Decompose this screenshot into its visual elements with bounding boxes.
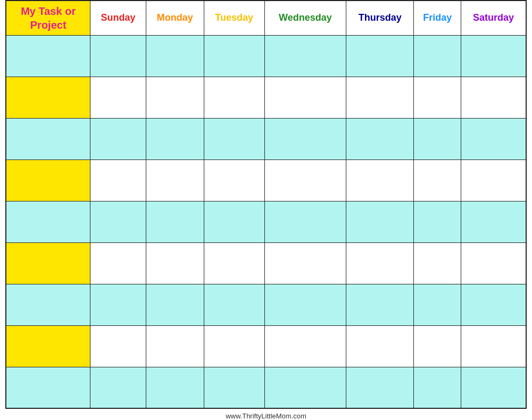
task-cell[interactable]	[6, 118, 90, 159]
day-cell[interactable]	[90, 35, 146, 77]
day-cell[interactable]	[461, 118, 526, 159]
day-cell[interactable]	[414, 242, 461, 284]
day-cell[interactable]	[204, 284, 264, 325]
day-cell[interactable]	[461, 159, 526, 201]
day-cell[interactable]	[346, 77, 414, 118]
day-cell[interactable]	[146, 325, 204, 367]
header-thursday: Thursday	[346, 1, 414, 36]
header-task-cell: My Task or Project	[6, 1, 90, 36]
day-cell[interactable]	[204, 325, 264, 367]
day-cell[interactable]	[204, 242, 264, 284]
footer-text: www.ThriftyLittleMom.com	[226, 412, 306, 420]
day-cell[interactable]	[204, 77, 264, 118]
task-cell[interactable]	[6, 325, 90, 367]
table-row	[6, 201, 526, 242]
day-cell[interactable]	[346, 35, 414, 77]
day-cell[interactable]	[346, 325, 414, 367]
day-cell[interactable]	[204, 118, 264, 159]
day-cell[interactable]	[461, 325, 526, 367]
task-cell[interactable]	[6, 367, 90, 408]
day-cell[interactable]	[146, 201, 204, 242]
day-cell[interactable]	[90, 201, 146, 242]
day-cell[interactable]	[90, 325, 146, 367]
table-row	[6, 159, 526, 201]
day-cell[interactable]	[346, 159, 414, 201]
table-row	[6, 118, 526, 159]
day-cell[interactable]	[346, 201, 414, 242]
day-cell[interactable]	[204, 159, 264, 201]
day-cell[interactable]	[146, 367, 204, 408]
day-cell[interactable]	[461, 367, 526, 408]
day-cell[interactable]	[346, 367, 414, 408]
table-row	[6, 367, 526, 408]
day-cell[interactable]	[146, 242, 204, 284]
day-cell[interactable]	[264, 367, 346, 408]
day-cell[interactable]	[204, 367, 264, 408]
table-row	[6, 242, 526, 284]
day-cell[interactable]	[414, 35, 461, 77]
day-cell[interactable]	[90, 284, 146, 325]
day-cell[interactable]	[414, 77, 461, 118]
day-cell[interactable]	[414, 367, 461, 408]
header-tuesday: Tuesday	[204, 1, 264, 36]
day-cell[interactable]	[461, 35, 526, 77]
day-cell[interactable]	[414, 159, 461, 201]
task-cell[interactable]	[6, 77, 90, 118]
day-cell[interactable]	[414, 201, 461, 242]
day-cell[interactable]	[90, 118, 146, 159]
day-cell[interactable]	[146, 35, 204, 77]
header-sunday: Sunday	[90, 1, 146, 36]
day-cell[interactable]	[264, 242, 346, 284]
day-cell[interactable]	[346, 118, 414, 159]
day-cell[interactable]	[461, 242, 526, 284]
table-row	[6, 284, 526, 325]
day-cell[interactable]	[264, 284, 346, 325]
table-row	[6, 35, 526, 77]
header-friday: Friday	[414, 1, 461, 36]
header-monday: Monday	[146, 1, 204, 36]
day-cell[interactable]	[146, 77, 204, 118]
table-row	[6, 325, 526, 367]
day-cell[interactable]	[146, 284, 204, 325]
day-cell[interactable]	[90, 367, 146, 408]
task-cell[interactable]	[6, 242, 90, 284]
day-cell[interactable]	[461, 201, 526, 242]
day-cell[interactable]	[264, 201, 346, 242]
day-cell[interactable]	[346, 284, 414, 325]
table-row	[6, 77, 526, 118]
day-cell[interactable]	[346, 242, 414, 284]
day-cell[interactable]	[146, 118, 204, 159]
task-cell[interactable]	[6, 159, 90, 201]
header-wednesday: Wednesday	[264, 1, 346, 36]
task-cell[interactable]	[6, 284, 90, 325]
header-saturday: Saturday	[461, 1, 526, 36]
day-cell[interactable]	[264, 325, 346, 367]
day-cell[interactable]	[264, 77, 346, 118]
day-cell[interactable]	[204, 201, 264, 242]
day-cell[interactable]	[90, 159, 146, 201]
footer: www.ThriftyLittleMom.com	[5, 412, 527, 420]
day-cell[interactable]	[264, 159, 346, 201]
task-table: My Task or Project Sunday Monday Tuesday…	[5, 0, 527, 409]
day-cell[interactable]	[204, 35, 264, 77]
day-cell[interactable]	[414, 325, 461, 367]
header-row: My Task or Project Sunday Monday Tuesday…	[6, 1, 526, 36]
day-cell[interactable]	[414, 284, 461, 325]
day-cell[interactable]	[264, 118, 346, 159]
day-cell[interactable]	[461, 77, 526, 118]
header-task-line2: Project	[30, 19, 66, 31]
task-cell[interactable]	[6, 201, 90, 242]
day-cell[interactable]	[414, 118, 461, 159]
task-cell[interactable]	[6, 35, 90, 77]
day-cell[interactable]	[146, 159, 204, 201]
day-cell[interactable]	[461, 284, 526, 325]
day-cell[interactable]	[90, 242, 146, 284]
day-cell[interactable]	[264, 35, 346, 77]
header-task-line1: My Task or	[21, 5, 76, 17]
page-wrapper: My Task or Project Sunday Monday Tuesday…	[5, 0, 527, 420]
day-cell[interactable]	[90, 77, 146, 118]
